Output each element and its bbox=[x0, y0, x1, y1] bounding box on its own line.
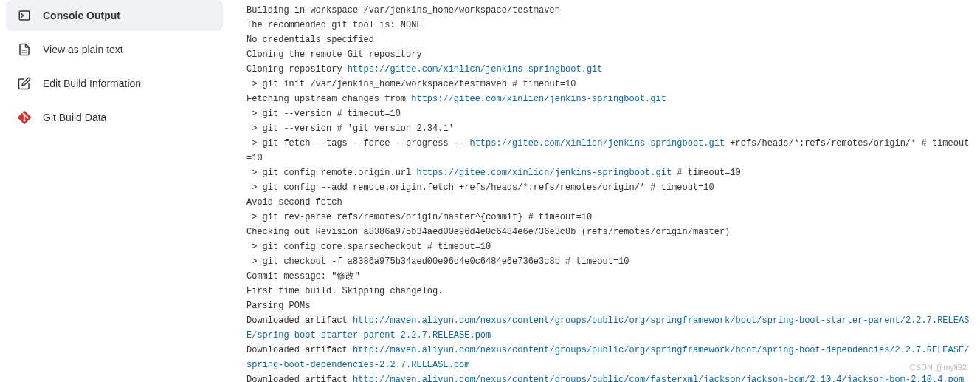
nav-console-output[interactable]: Console Output bbox=[6, 0, 223, 31]
console-line: First time build. Skipping changelog. bbox=[246, 284, 974, 299]
edit-icon bbox=[16, 75, 32, 92]
nav-label: View as plain text bbox=[43, 44, 123, 55]
console-line: > git --version # 'git version 2.34.1' bbox=[246, 121, 974, 136]
console-line: > git init /var/jenkins_home/workspace/t… bbox=[246, 77, 974, 92]
document-icon bbox=[16, 41, 32, 58]
svg-rect-0 bbox=[19, 11, 30, 20]
console-line: Checking out Revision a8386a975b34aed00e… bbox=[246, 225, 974, 239]
console-line: Cloning the remote Git repository bbox=[246, 47, 974, 62]
console-line: Parsing POMs bbox=[246, 299, 974, 313]
console-link[interactable]: https://gitee.com/xinlicn/jenkins-spring… bbox=[469, 138, 725, 149]
console-line: Cloning repository https://gitee.com/xin… bbox=[246, 62, 974, 77]
console-link[interactable]: https://gitee.com/xinlicn/jenkins-spring… bbox=[416, 168, 672, 178]
console-link[interactable]: http://maven.aliyun.com/nexus/content/gr… bbox=[353, 375, 964, 382]
terminal-icon bbox=[16, 7, 32, 24]
nav-label: Git Build Data bbox=[43, 112, 106, 123]
console-output: Building in workspace /var/jenkins_home/… bbox=[246, 3, 974, 382]
main-content: Building in workspace /var/jenkins_home/… bbox=[229, 0, 980, 382]
console-line: The recommended git tool is: NONE bbox=[246, 18, 974, 33]
console-line: Building in workspace /var/jenkins_home/… bbox=[246, 3, 974, 18]
sidebar: Console Output View as plain text Edit B… bbox=[0, 0, 229, 382]
console-line: > git config --add remote.origin.fetch +… bbox=[246, 180, 974, 195]
console-line: Downloaded artifact http://maven.aliyun.… bbox=[246, 372, 974, 382]
console-line: > git rev-parse refs/remotes/origin/mast… bbox=[246, 210, 974, 225]
console-line: Fetching upstream changes from https://g… bbox=[246, 92, 974, 106]
console-line: Avoid second fetch bbox=[246, 195, 974, 210]
console-link[interactable]: https://gitee.com/xinlicn/jenkins-spring… bbox=[411, 94, 666, 104]
nav-edit-build-info[interactable]: Edit Build Information bbox=[6, 68, 223, 99]
nav-label: Edit Build Information bbox=[43, 78, 141, 89]
console-line: > git config remote.origin.url https://g… bbox=[246, 166, 974, 180]
nav-git-build-data[interactable]: Git Build Data bbox=[6, 102, 223, 133]
nav-label: Console Output bbox=[43, 10, 120, 21]
console-line: > git fetch --tags --force --progress --… bbox=[246, 136, 974, 166]
nav-view-plain-text[interactable]: View as plain text bbox=[6, 34, 223, 65]
console-line: > git config core.sparsecheckout # timeo… bbox=[246, 239, 974, 254]
console-link[interactable]: https://gitee.com/xinlicn/jenkins-spring… bbox=[348, 64, 603, 75]
console-line: Downloaded artifact http://maven.aliyun.… bbox=[246, 313, 974, 343]
console-line: > git --version # timeout=10 bbox=[246, 106, 974, 121]
console-line: Commit message: "修改" bbox=[246, 269, 974, 284]
console-line: No credentials specified bbox=[246, 33, 974, 47]
console-line: Downloaded artifact http://maven.aliyun.… bbox=[246, 343, 974, 372]
console-line: > git checkout -f a8386a975b34aed00e96d4… bbox=[246, 254, 974, 269]
git-icon bbox=[16, 109, 32, 126]
console-link[interactable]: http://maven.aliyun.com/nexus/content/gr… bbox=[246, 345, 969, 370]
console-link[interactable]: http://maven.aliyun.com/nexus/content/gr… bbox=[246, 316, 969, 341]
